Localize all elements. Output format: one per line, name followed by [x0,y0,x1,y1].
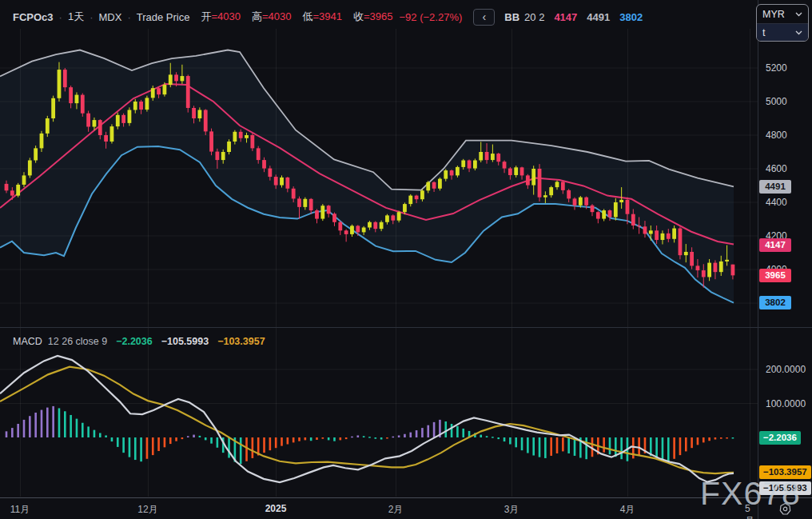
bb-band-fill [0,50,734,303]
bb-upper-value: 4491 [587,11,610,23]
price-badge: 4491 [759,180,791,194]
exchange-label[interactable]: MDX [99,11,122,23]
macd-indicator-legend[interactable]: MACD 12 26 close 9 −2.2036 −105.5993 −10… [13,335,265,348]
bb-basis-value: 4147 [554,11,577,23]
time-axis-label: 2月 [388,503,404,517]
bb-title: BB [504,11,519,23]
price-badge: 3802 [759,296,791,309]
macd-pane [0,356,734,482]
open-value: 开=4030 [201,10,241,24]
price-type-label[interactable]: Trade Price [137,11,190,23]
axis-settings-button[interactable] [758,498,812,519]
chevron-down-icon [795,30,802,35]
macd-tick-label: 100.0000 [766,398,806,409]
close-value: 收=3965 [353,10,393,24]
symbol-legend: FCPOc3 · 1天 · MDX · Trade Price 开=4030 高… [13,9,643,25]
macd-params: 12 26 close 9 [48,336,107,347]
chevron-left-icon: ‹ [482,10,486,23]
price-badge: 4147 [759,238,791,252]
separator-dot: · [90,11,93,23]
gear-icon [778,502,792,516]
bb-lower-value: 3802 [619,11,643,23]
currency-label: MYR [762,9,785,20]
interval-label[interactable]: 1天 [68,10,84,24]
low-value: 低=3941 [302,10,342,24]
macd-badge: −105.5993 [759,481,811,495]
chevron-down-icon [795,12,802,17]
price-tick-label: 5000 [766,96,787,107]
macd-axis[interactable]: 200.0000100.0000−2.2036−103.3957−105.599… [758,328,812,497]
bb-indicator-legend[interactable]: BB 20 2 4147 4491 3802 [504,11,643,23]
time-axis-divider [0,497,812,498]
trading-chart-app: FCPOc3 · 1天 · MDX · Trade Price 开=4030 高… [0,0,812,519]
bb-params: 20 2 [524,11,544,23]
axis-vertical-divider [758,0,758,519]
unit-label: t [762,27,765,38]
price-axis[interactable]: 5200500048004600440042004000449141473965… [758,0,812,328]
change-value: −92 (−2.27%) [400,11,463,23]
unit-selector: MYR t [756,4,809,42]
unit-select[interactable]: t [757,23,808,42]
macd-badge: −103.3957 [759,465,811,479]
chart-canvas[interactable] [0,0,758,519]
price-pane [0,50,734,303]
time-axis-label: 2025 [265,503,287,514]
macd-line-value: −105.5993 [161,336,209,347]
symbol-name[interactable]: FCPOc3 [13,11,54,23]
currency-select[interactable]: MYR [757,5,808,23]
price-badge: 3965 [759,269,791,282]
time-axis-label: 5月 [745,503,754,519]
time-axis-label: 11月 [10,503,30,517]
time-axis-label: 3月 [504,503,519,517]
separator-dot: · [127,11,130,23]
macd-tick-label: 200.0000 [766,364,806,375]
macd-title: MACD [13,336,42,347]
time-axis-label: 4月 [620,503,635,517]
price-tick-label: 4800 [766,130,787,141]
high-value: 高=4030 [252,10,292,24]
macd-signal-value: −103.3957 [217,336,265,347]
macd-main-line [0,356,734,482]
legend-collapse-button[interactable]: ‹ [473,9,495,26]
pane-divider[interactable] [0,327,812,328]
time-axis-label: 12月 [137,503,157,517]
separator-dot: · [59,11,62,23]
time-axis[interactable]: 11月12月20252月3月4月5月 [0,498,758,519]
price-tick-label: 4600 [766,163,787,174]
macd-hist-value: −2.2036 [116,336,153,347]
price-tick-label: 5200 [766,62,787,74]
macd-signal-line [0,367,734,473]
price-tick-label: 4400 [766,197,787,208]
macd-badge: −2.2036 [759,431,801,445]
